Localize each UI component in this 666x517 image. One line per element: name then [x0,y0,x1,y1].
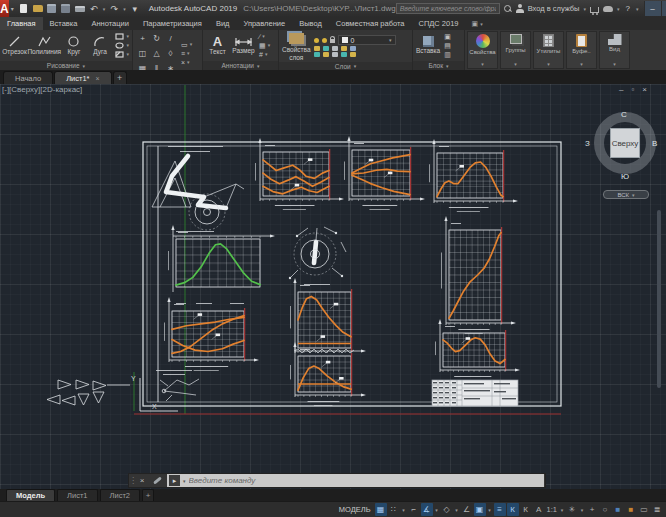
file-tab-Лист1*[interactable]: Лист1*× [54,71,111,84]
edit-mini-icon-0[interactable]: ▭▾ [181,41,192,48]
dimension-tool[interactable]: Размер [232,36,255,55]
new-file-icon[interactable] [19,3,29,15]
command-input-wrap[interactable]: ▸ ▾ [167,474,544,487]
viewport-minimize-icon[interactable]: – [619,85,623,94]
kinematic-scheme[interactable] [152,156,244,230]
move-icon[interactable]: + [136,31,149,45]
layer-tool-icon-0[interactable] [314,46,320,51]
layer-on-icon[interactable] [314,38,319,43]
viewport-restore-icon[interactable]: ▫ [631,85,634,94]
arc-tool[interactable]: Дуга [88,35,111,56]
layer-lock-icon[interactable] [330,39,335,43]
viewcube-south[interactable]: Ю [621,172,629,181]
restore-button[interactable]: ▫ [661,1,666,16]
layout-tab-Лист1[interactable]: Лист1 [57,489,97,501]
panel-title-draw[interactable]: Рисование▾ [0,61,132,70]
layer-tool-icon-1[interactable] [323,46,329,51]
ribbon-tab-Управление[interactable]: Управление [236,17,292,30]
save-icon[interactable] [47,3,57,15]
annotate-mini-icon-2[interactable]: #▾ [259,51,270,58]
layer-tool-icon-9[interactable] [350,52,356,57]
signin-label[interactable]: Вход в службы [528,4,580,13]
panel-title-annotate[interactable]: Аннотации▾ [203,61,278,70]
fillet-icon[interactable]: ◊ [164,46,177,60]
layer-tool-icon-5[interactable] [314,52,320,57]
selection-cycling-icon[interactable]: К [507,503,519,516]
drawing-area[interactable]: YX [-][Сверху][2D-каркас] – ▫ × Сверху С… [0,84,666,517]
app-store-icon[interactable] [590,7,599,13]
annotate-mini-icon-0[interactable]: ∕▾ [259,33,270,40]
polar-icon[interactable]: ∡ [421,503,433,516]
layer-tool-icon-6[interactable] [323,52,329,57]
ribbon-tab-Вид[interactable]: Вид [209,17,237,30]
graphics-performance-icon[interactable]: ■ [612,503,624,516]
isodraft-caret[interactable]: ▾ [454,503,460,516]
chart[interactable] [344,136,425,210]
model-space-label[interactable]: МОДЕЛЬ [339,505,371,514]
isodraft-icon[interactable]: ◇ [441,503,453,516]
plot-icon[interactable] [75,3,85,15]
panel-title-layers[interactable]: Слои▾ [279,62,412,70]
chart[interactable] [290,278,366,353]
recent-commands-icon[interactable]: ▸ [169,475,180,486]
layer-dropdown[interactable]: 0 ▾ [338,35,396,45]
ribbon-tab-Вывод[interactable]: Вывод [292,17,329,30]
circle-tool[interactable]: Круг [62,35,85,56]
ribbon-tab-Главная[interactable]: Главная [0,17,43,30]
layer-tool-icon-8[interactable] [341,52,347,57]
ortho-icon[interactable]: ⌐ [408,503,420,516]
ribbon-tab-Вставка[interactable]: Вставка [43,17,85,30]
share-caret-icon[interactable]: ▾ [617,6,620,12]
ribbon-tab-СПДС 2019[interactable]: СПДС 2019 [411,17,465,30]
viewcube-north[interactable]: С [621,110,627,119]
title-block[interactable] [432,380,518,406]
mirror-icon[interactable]: △ [150,46,163,60]
copy-icon[interactable]: ◫ [136,46,149,60]
file-tab-close-icon[interactable]: × [96,75,100,82]
presenter-icon[interactable]: ▣▾ [466,17,489,30]
user-icon[interactable] [516,4,524,13]
redo-icon[interactable]: ↷ [109,3,119,15]
app-menu-caret-icon[interactable]: ▾ [11,5,14,12]
viewcube-east[interactable]: В [652,139,657,148]
qat-menu-icon[interactable]: ▾ [130,3,140,15]
grid-icon[interactable]: ▦ [375,503,387,516]
lineweight-icon[interactable]: ≡ [494,503,506,516]
hatch-tool[interactable]: ▾ [115,51,129,58]
osnap-icon[interactable]: ▣ [474,503,486,516]
layer-tool-icon-2[interactable] [332,46,338,51]
osnap-caret[interactable]: ▾ [487,503,493,516]
viewcube-face[interactable]: Сверху [610,128,640,158]
undo-icon[interactable]: ↶ [89,3,99,15]
arrow-details[interactable] [47,380,106,405]
isolate-icon[interactable]: ○ [599,503,611,516]
chart[interactable] [255,138,344,210]
layer-tool-icon-3[interactable] [341,46,347,51]
new-file-tab-button[interactable]: + [113,71,127,84]
detail-sketch[interactable] [160,379,199,401]
trusted-source-icon[interactable]: ■ [625,503,637,516]
layer-tool-icon-4[interactable] [350,46,356,51]
file-tab-Начало[interactable]: Начало [3,71,53,84]
viewport-close-icon[interactable]: × [642,85,647,94]
polyline-tool[interactable]: Полилиния [29,35,59,56]
customize-icon[interactable] [153,476,162,484]
viewcube-west[interactable]: З [585,139,590,148]
annotation-auto-icon[interactable]: А [533,503,545,516]
share-icon[interactable] [603,6,613,12]
mechanism-sketch[interactable] [289,227,346,279]
layout-tab-Модель[interactable]: Модель [6,489,55,501]
block-mini-icon-0[interactable]: ▣ [444,33,451,40]
drawing-canvas[interactable]: YX [0,84,666,517]
block-mini-icon-2[interactable]: ▥ [444,51,451,58]
layer-freeze-icon[interactable] [322,38,327,43]
customize-status-icon[interactable]: ≣ [651,503,663,516]
command-grip[interactable]: ⋮ [129,476,136,485]
command-close-icon[interactable]: × [136,476,148,485]
chart[interactable] [168,225,275,292]
text-tool[interactable]: A Текст [206,36,229,56]
workspace-gear-icon[interactable]: ✳ [566,503,578,516]
undo-caret-icon[interactable]: ▾ [103,6,106,12]
new-layout-button[interactable]: + [142,489,154,501]
save-as-icon[interactable] [61,3,71,15]
